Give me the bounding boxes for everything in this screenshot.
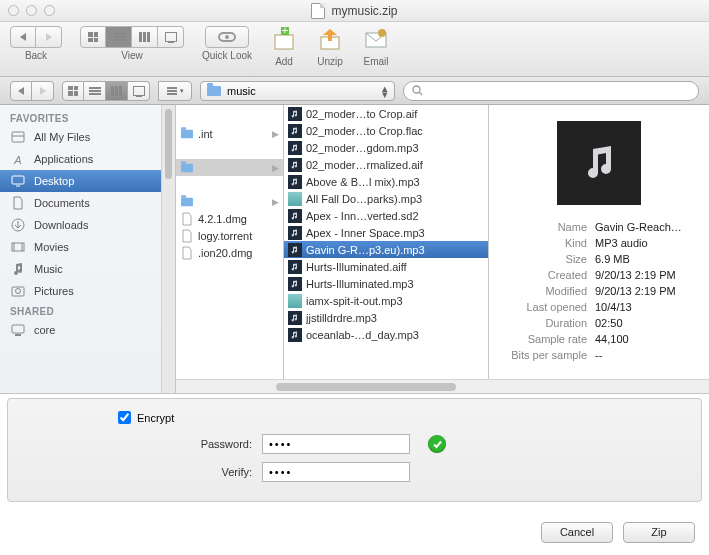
sidebar-item-label: Movies <box>34 241 69 253</box>
list-item[interactable]: jjstilldrdre.mp3 <box>284 309 488 326</box>
sidebar-item-desktop[interactable]: Desktop <box>0 170 175 192</box>
svg-point-5 <box>378 29 386 37</box>
path-back-button[interactable] <box>10 81 32 101</box>
close-window-button[interactable] <box>8 5 19 16</box>
list-item[interactable]: Apex - Inn…verted.sd2 <box>284 207 488 224</box>
sidebar-item-label: Applications <box>34 153 93 165</box>
zoom-window-button[interactable] <box>44 5 55 16</box>
sidebar-item-movies[interactable]: Movies <box>0 236 175 258</box>
zip-button[interactable]: Zip <box>623 522 695 543</box>
metadata-row: Last opened 10/4/13 <box>505 299 693 315</box>
list-item[interactable]: 02_moder…gdom.mp3 <box>284 139 488 156</box>
sidebar-item-label: All My Files <box>34 131 90 143</box>
encrypt-checkbox[interactable] <box>118 411 131 424</box>
list-item[interactable]: .int ▶ <box>176 125 283 142</box>
chevron-right-icon: ▶ <box>269 129 279 139</box>
file-name: Hurts-Illuminated.aiff <box>306 261 484 273</box>
sidebar-item-label: core <box>34 324 55 336</box>
verify-field[interactable]: •••• <box>262 462 410 482</box>
chevron-right-icon: ▶ <box>269 163 279 173</box>
zip-file-icon <box>311 3 325 19</box>
list-item[interactable]: 02_moder…rmalized.aif <box>284 156 488 173</box>
list-item[interactable]: oceanlab-…d_day.mp3 <box>284 326 488 343</box>
list-item[interactable]: All Fall Do…parks).mp3 <box>284 190 488 207</box>
file-icon <box>288 277 302 291</box>
file-icon <box>288 192 302 206</box>
horizontal-scrollbar[interactable] <box>176 379 709 393</box>
add-button[interactable]: + <box>270 26 298 54</box>
metadata-value: 02:50 <box>595 317 693 329</box>
search-field[interactable] <box>403 81 699 101</box>
sidebar-item-documents[interactable]: Documents <box>0 192 175 214</box>
desktop-icon <box>10 173 26 189</box>
coverflow-view-seg[interactable] <box>128 81 150 101</box>
file-icon <box>288 158 302 172</box>
path-forward-button[interactable] <box>32 81 54 101</box>
metadata-row: Modified 9/20/13 2:19 PM <box>505 283 693 299</box>
forward-button[interactable] <box>36 26 62 48</box>
sidebar-item-downloads[interactable]: Downloads <box>0 214 175 236</box>
cancel-button[interactable]: Cancel <box>541 522 613 543</box>
file-name: .ion20.dmg <box>198 247 279 259</box>
dialog-buttons: Cancel Zip <box>541 522 695 543</box>
column-view-seg[interactable] <box>106 81 128 101</box>
file-name: 02_moder…to Crop.aif <box>306 108 484 120</box>
file-name: Hurts-Illuminated.mp3 <box>306 278 484 290</box>
sidebar-item-pictures[interactable]: Pictures <box>0 280 175 302</box>
metadata-row: Bits per sample -- <box>505 347 693 363</box>
list-item[interactable]: 4.2.1.dmg <box>176 210 283 227</box>
password-label: Password: <box>26 438 252 450</box>
list-item[interactable]: Hurts-Illuminated.aiff <box>284 258 488 275</box>
metadata-value: 10/4/13 <box>595 301 693 313</box>
list-item[interactable]: Hurts-Illuminated.mp3 <box>284 275 488 292</box>
file-icon <box>180 195 194 209</box>
sidebar-item-label: Pictures <box>34 285 74 297</box>
list-item[interactable]: 02_moder…to Crop.flac <box>284 122 488 139</box>
sidebar-item-applications[interactable]: A Applications <box>0 148 175 170</box>
quicklook-button[interactable] <box>205 26 249 48</box>
path-folder-select[interactable]: music ▴▾ <box>200 81 395 101</box>
file-name: 4.2.1.dmg <box>198 213 279 225</box>
svg-rect-20 <box>15 334 21 336</box>
list-view-seg[interactable] <box>84 81 106 101</box>
encrypt-panel: Encrypt Password: •••• Verify: •••• <box>7 398 702 502</box>
metadata-key: Created <box>505 269 595 281</box>
sidebar-item-music[interactable]: Music <box>0 258 175 280</box>
verify-label: Verify: <box>26 466 252 478</box>
list-item[interactable]: Above & B…l mix).mp3 <box>284 173 488 190</box>
movies-icon <box>10 239 26 255</box>
list-item[interactable]: Gavin G-R…p3.eu).mp3 <box>284 241 488 258</box>
list-item[interactable]: ▶ <box>176 193 283 210</box>
metadata-value: 44,100 <box>595 333 693 345</box>
list-view-button[interactable] <box>106 26 132 48</box>
sidebar-scrollbar[interactable] <box>161 105 175 393</box>
list-item[interactable]: ▶ <box>176 159 283 176</box>
svg-rect-0 <box>275 35 293 49</box>
all-my-files-icon <box>10 129 26 145</box>
metadata-value: 9/20/13 2:19 PM <box>595 285 693 297</box>
window-controls <box>8 5 55 16</box>
sidebar-item-all-my-files[interactable]: All My Files <box>0 126 175 148</box>
icon-view-button[interactable] <box>80 26 106 48</box>
back-button[interactable] <box>10 26 36 48</box>
email-button[interactable] <box>362 26 390 54</box>
unzip-button[interactable] <box>316 26 344 54</box>
quicklook-label: Quick Look <box>202 50 252 61</box>
sidebar-item-core[interactable]: core <box>0 319 175 341</box>
list-item[interactable]: Apex - Inner Space.mp3 <box>284 224 488 241</box>
chevron-right-icon: ▶ <box>269 197 279 207</box>
metadata-value: -- <box>595 349 693 361</box>
view-label: View <box>121 50 143 61</box>
svg-point-18 <box>16 289 21 294</box>
password-field[interactable]: •••• <box>262 434 410 454</box>
svg-rect-11 <box>12 176 24 184</box>
list-item[interactable]: iamx-spit-it-out.mp3 <box>284 292 488 309</box>
list-item[interactable]: logy.torrent <box>176 227 283 244</box>
column-view-button[interactable] <box>132 26 158 48</box>
coverflow-view-button[interactable] <box>158 26 184 48</box>
arrange-menu[interactable]: ▾ <box>158 81 192 101</box>
list-item[interactable]: .ion20.dmg <box>176 244 283 261</box>
list-item[interactable]: 02_moder…to Crop.aif <box>284 105 488 122</box>
icon-view-seg[interactable] <box>62 81 84 101</box>
minimize-window-button[interactable] <box>26 5 37 16</box>
